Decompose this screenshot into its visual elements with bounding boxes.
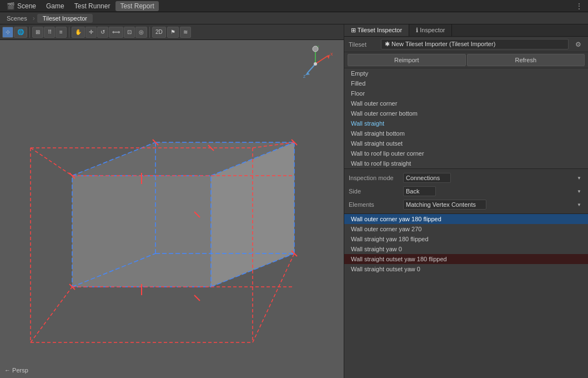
svg-line-29 [31,148,72,176]
inspection-mode-label: Inspection mode [349,175,399,181]
results-list: Wall outer corner yaw 180 flipped Wall o… [344,214,588,378]
menu-bar: 🎬 Scene Game Test Runner Test Report ⋮ [0,0,588,12]
tab-inspector[interactable]: ℹ Inspector [409,24,452,36]
menu-scene[interactable]: 🎬 Scene [2,1,41,11]
svg-marker-4 [327,54,330,59]
elements-wrapper: Matching Vertex Contents All None [403,200,584,210]
gear-button[interactable]: ⚙ [573,39,584,49]
svg-line-36 [194,295,200,301]
toolbar-snap[interactable]: ⊞ [32,27,43,38]
breadcrumb-separator: › [33,14,35,22]
side-wrapper: Back Front Left Right Top Bottom [403,186,584,196]
toolbar-rect[interactable]: ⊡ [124,27,135,38]
persp-label: ← Persp [4,367,28,374]
toolbar-group-snap: ⊞ ⠿ ≡ [32,27,69,38]
list-item[interactable]: Wall outer corner bottom [344,108,588,118]
result-item[interactable]: Wall straight yaw 0 [344,244,588,254]
elements-label: Elements [349,201,399,208]
svg-marker-7 [305,72,310,75]
toolbar-rotate[interactable]: ↺ [97,27,108,38]
tileset-label: Tileset [349,41,376,48]
menu-test-runner[interactable]: Test Runner [70,1,115,11]
svg-marker-11 [72,176,211,287]
menu-dots[interactable]: ⋮ [572,1,586,11]
active-tab[interactable]: Tileset Inspector [37,14,93,23]
breadcrumb: Scenes [3,14,31,23]
right-panel: ⊞ Tileset Inspector ℹ Inspector Tileset … [344,24,588,378]
tileset-value[interactable]: ✱ New Tileset Importer (Tileset Importer… [381,39,569,49]
result-item[interactable]: Wall outer corner yaw 180 flipped [344,214,588,224]
reimport-button[interactable]: Reimport [348,54,466,66]
toolbar-group-move: ✋ ✛ ↺ ⟺ ⊡ ◎ [72,27,150,38]
toolbar-globe[interactable]: 🌐 [14,27,27,38]
toolbar-hand[interactable]: ✋ [72,27,85,38]
tab-bar: Scenes › Tileset Inspector [0,12,588,24]
toolbar-scale[interactable]: ⟺ [109,27,123,38]
inspection-mode-row: Inspection mode Connections Faces Vertic… [344,171,588,185]
list-item[interactable]: Wall outer corner [344,98,588,108]
scene-icon: 🎬 [7,2,15,10]
list-item[interactable]: Wall straight outset [344,138,588,148]
elements-row: Elements Matching Vertex Contents All No… [344,198,588,211]
toolbar-sphere[interactable]: ◎ [135,27,147,38]
side-select[interactable]: Back Front Left Right Top Bottom [403,186,436,196]
action-buttons: Reimport Refresh [344,52,588,68]
svg-line-3 [315,56,328,64]
toolbar-2d[interactable]: 2D [152,27,166,38]
elements-select[interactable]: Matching Vertex Contents All None [403,200,486,210]
inspection-mode-wrapper: Connections Faces Vertices [403,173,584,183]
list-item[interactable]: Wall straight bottom [344,128,588,138]
menu-test-report[interactable]: Test Report [115,1,158,11]
properties-section: Inspection mode Connections Faces Vertic… [344,169,588,214]
toolbar-flag[interactable]: ⚑ [167,27,179,38]
svg-text:x: x [330,51,333,57]
list-item[interactable]: Empty [344,68,588,78]
panel-tabs: ⊞ Tileset Inspector ℹ Inspector [344,24,588,37]
tile-list: Empty Filled Floor Wall outer corner Wal… [344,68,588,169]
side-row: Side Back Front Left Right Top Bottom [344,185,588,198]
toolbar-arrows[interactable]: ✛ [86,27,97,38]
list-item[interactable]: Filled [344,78,588,88]
refresh-button[interactable]: Refresh [467,54,585,66]
menu-game[interactable]: Game [42,1,69,11]
list-item[interactable]: Wall to roof lip straight [344,158,588,168]
svg-point-10 [313,46,318,52]
svg-point-9 [314,62,317,66]
svg-text:z: z [303,73,306,79]
result-item[interactable]: Wall straight yaw 180 flipped [344,234,588,244]
tab-tileset-inspector[interactable]: ⊞ Tileset Inspector [344,24,409,36]
toolbar-dots[interactable]: ⠿ [44,27,55,38]
result-item[interactable]: Wall straight outset yaw 180 flipped [344,254,588,264]
gizmo: y x z [296,44,335,83]
viewport-toolbar: ⊹ 🌐 ⊞ ⠿ ≡ ✋ ✛ ↺ ⟺ ⊡ ◎ 2D ⚑ ≋ [0,24,344,40]
svg-line-6 [307,64,315,73]
toolbar-group-transform: ⊹ 🌐 [2,27,30,38]
toolbar-select[interactable]: ⊹ [2,27,13,38]
tileset-icon: ⊞ [351,27,358,33]
inspector-content: Tileset ✱ New Tileset Importer (Tileset … [344,37,588,378]
tileset-row: Tileset ✱ New Tileset Importer (Tileset … [344,37,588,52]
list-item[interactable]: Floor [344,88,588,98]
result-item[interactable]: Wall straight outset yaw 0 [344,264,588,274]
viewport: ⊹ 🌐 ⊞ ⠿ ≡ ✋ ✛ ↺ ⟺ ⊡ ◎ 2D ⚑ ≋ [0,24,344,378]
scene-canvas: y x z [0,40,344,378]
side-label: Side [349,188,399,195]
main-layout: ⊹ 🌐 ⊞ ⠿ ≡ ✋ ✛ ↺ ⟺ ⊡ ◎ 2D ⚑ ≋ [0,24,588,378]
result-item[interactable]: Wall outer corner yaw 270 [344,224,588,234]
svg-line-31 [31,287,72,342]
inspection-mode-select[interactable]: Connections Faces Vertices [403,173,451,183]
list-item[interactable]: Wall to roof lip outer corner [344,148,588,158]
toolbar-lines[interactable]: ≡ [56,27,67,38]
3d-box [0,40,344,378]
toolbar-wave[interactable]: ≋ [180,27,191,38]
list-item-wall-straight[interactable]: Wall straight [344,118,588,128]
